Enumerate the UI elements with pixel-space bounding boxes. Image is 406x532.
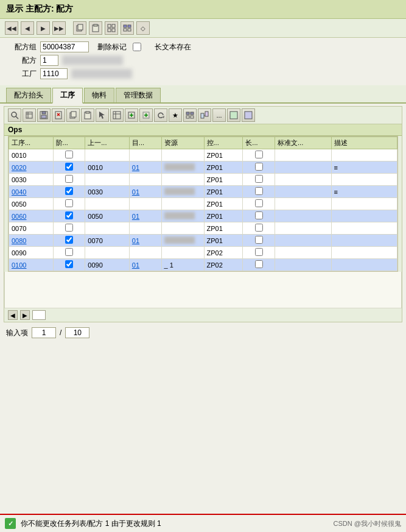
- table-row[interactable]: 0080007001ZP01: [9, 235, 397, 247]
- cell-long[interactable]: [243, 149, 275, 161]
- search-btn[interactable]: [8, 108, 21, 122]
- cell-stage[interactable]: [53, 174, 85, 186]
- pf-group-label: 配方组: [6, 42, 37, 52]
- cell-std: [275, 186, 331, 198]
- nav-toolbar: ◀◀ ◀ ▶ ▶▶ ◇: [0, 19, 406, 38]
- cell-stage[interactable]: [53, 247, 85, 259]
- cell-stage[interactable]: [53, 161, 85, 174]
- tab-operations[interactable]: 工序: [52, 88, 83, 104]
- save-btn[interactable]: [37, 108, 51, 122]
- cell-stage[interactable]: [53, 235, 85, 247]
- nav-last-btn[interactable]: ▶▶: [52, 21, 66, 35]
- diamond-btn[interactable]: ◇: [136, 21, 150, 35]
- grid-table-container: 工序... 阶... 上一... 目... 资源 控... 长... 标准文..…: [8, 136, 398, 272]
- cell-long[interactable]: [243, 210, 275, 222]
- cell-stage[interactable]: [53, 210, 85, 222]
- cell-stage[interactable]: [53, 259, 85, 271]
- cell-desc: [331, 174, 397, 186]
- copy-btn[interactable]: [73, 21, 86, 35]
- paste-btn[interactable]: [89, 21, 102, 35]
- cell-prev: [85, 174, 130, 186]
- layout-btn[interactable]: [183, 108, 197, 122]
- delete-row-btn[interactable]: [52, 108, 65, 122]
- clipboard-btn[interactable]: [81, 108, 94, 122]
- cell-target[interactable]: [129, 247, 161, 259]
- cell-target[interactable]: 01: [129, 161, 161, 174]
- table-btn[interactable]: [110, 108, 124, 122]
- svg-rect-8: [124, 25, 127, 27]
- cell-resource: [161, 247, 204, 259]
- svg-rect-43: [205, 112, 208, 116]
- pf-input[interactable]: [40, 55, 58, 66]
- cell-long[interactable]: [243, 161, 275, 174]
- cell-target[interactable]: 01: [129, 210, 161, 222]
- cursor-btn[interactable]: [96, 108, 109, 122]
- edit-btn[interactable]: [23, 108, 36, 122]
- cell-long[interactable]: [243, 222, 275, 235]
- cell-long[interactable]: [243, 186, 275, 198]
- svg-rect-14: [26, 112, 32, 118]
- insert-btn[interactable]: [125, 108, 138, 122]
- nav-prev-btn[interactable]: ◀: [21, 21, 34, 35]
- cell-target[interactable]: [129, 198, 161, 210]
- extra2-btn[interactable]: [242, 108, 255, 122]
- table-row[interactable]: 0010ZP01: [9, 149, 397, 161]
- nav-first-btn[interactable]: ◀◀: [5, 21, 18, 35]
- nav-next-btn[interactable]: ▶: [37, 21, 50, 35]
- cell-stage[interactable]: [53, 186, 85, 198]
- export-btn[interactable]: [198, 108, 211, 122]
- cell-target[interactable]: [129, 222, 161, 235]
- cell-prev: 0030: [85, 186, 130, 198]
- cell-long[interactable]: [243, 174, 275, 186]
- operations-table: 工序... 阶... 上一... 目... 资源 控... 长... 标准文..…: [9, 137, 397, 271]
- tab-pf-header[interactable]: 配方抬头: [6, 88, 51, 102]
- cell-stage[interactable]: [53, 198, 85, 210]
- cell-ctrl: ZP01: [204, 149, 243, 161]
- cell-long[interactable]: [243, 235, 275, 247]
- pf-group-input[interactable]: [40, 41, 89, 52]
- scroll-right-btn[interactable]: ▶: [20, 310, 30, 320]
- cell-seq: 0070: [9, 222, 54, 235]
- cell-stage[interactable]: [53, 149, 85, 161]
- status-icon: ✓: [5, 518, 16, 529]
- cell-long[interactable]: [243, 198, 275, 210]
- current-page-input[interactable]: [32, 327, 56, 338]
- cell-prev: 0050: [85, 210, 130, 222]
- cell-std: [275, 161, 331, 174]
- insert2-btn[interactable]: [139, 108, 153, 122]
- table-row[interactable]: 0070ZP01: [9, 222, 397, 235]
- table-row[interactable]: 0040003001ZP01≡: [9, 186, 397, 198]
- table-row[interactable]: 0050ZP01: [9, 198, 397, 210]
- scroll-left-btn[interactable]: ◀: [8, 310, 18, 320]
- copy-row-btn[interactable]: [66, 108, 80, 122]
- delete-checkbox[interactable]: [133, 43, 141, 51]
- cell-ctrl: ZP01: [204, 186, 243, 198]
- slash-separator: /: [60, 328, 61, 337]
- tab-admin-data[interactable]: 管理数据: [116, 88, 161, 102]
- scroll-row: ◀ ▶: [4, 308, 402, 322]
- table-row[interactable]: 0100009001_ 1ZP02: [9, 259, 397, 271]
- table-row[interactable]: 0020001001ZP01≡: [9, 161, 397, 174]
- cell-target[interactable]: [129, 149, 161, 161]
- grid-view-btn[interactable]: [105, 21, 118, 35]
- more-btn[interactable]: ...: [212, 108, 226, 122]
- cell-long[interactable]: [243, 259, 275, 271]
- list-view-btn[interactable]: [121, 21, 134, 35]
- tab-materials[interactable]: 物料: [84, 88, 114, 102]
- extra-btn[interactable]: [227, 108, 240, 122]
- cell-target[interactable]: 01: [129, 235, 161, 247]
- refresh-btn[interactable]: [154, 108, 167, 122]
- cell-seq: 0100: [9, 259, 54, 271]
- cell-stage[interactable]: [53, 222, 85, 235]
- table-row[interactable]: 0090ZP02: [9, 247, 397, 259]
- table-row[interactable]: 0030ZP01: [9, 174, 397, 186]
- cell-target[interactable]: [129, 174, 161, 186]
- cell-desc: [331, 247, 397, 259]
- cell-std: [275, 149, 331, 161]
- cell-target[interactable]: 01: [129, 186, 161, 198]
- factory-input[interactable]: [40, 68, 68, 79]
- star-btn[interactable]: ★: [169, 108, 182, 122]
- table-row[interactable]: 0060005001ZP01: [9, 210, 397, 222]
- cell-long[interactable]: [243, 247, 275, 259]
- cell-target[interactable]: 01: [129, 259, 161, 271]
